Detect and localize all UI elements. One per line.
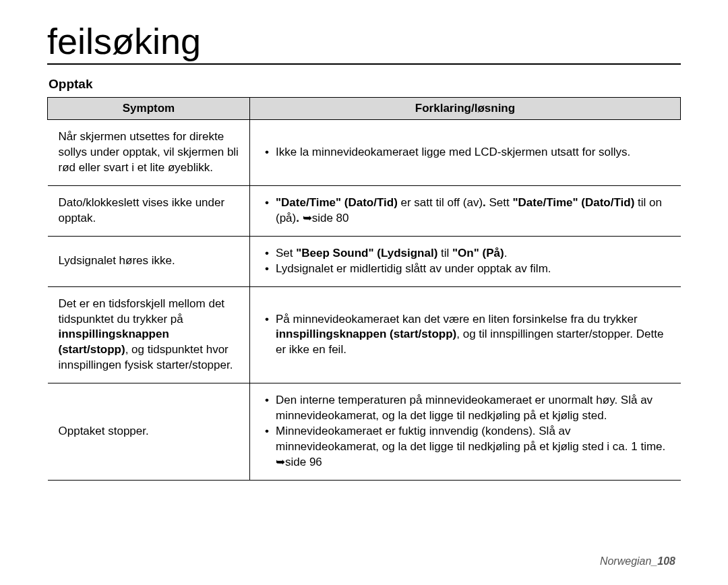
symptom-cell: Det er en tidsforskjell mellom det tidsp… xyxy=(48,286,250,383)
table-row: Det er en tidsforskjell mellom det tidsp… xyxy=(48,286,681,383)
list-item: "Date/Time" (Dato/Tid) er satt til off (… xyxy=(261,195,670,226)
explanation-list: På minnevideokameraet kan det være en li… xyxy=(261,312,670,359)
list-item: Ikke la minnevideokameraet ligge med LCD… xyxy=(261,145,670,160)
symptom-cell: Opptaket stopper. xyxy=(48,383,250,481)
list-item: Den interne temperaturen på minnevideoka… xyxy=(261,393,670,424)
explanation-list: Set "Beep Sound" (Lydsignal) til "On" (P… xyxy=(261,246,670,277)
footer-sep: _ xyxy=(651,555,657,567)
explanation-list: Den interne temperaturen på minnevideoka… xyxy=(261,393,670,470)
header-symptom: Symptom xyxy=(48,98,250,120)
symptom-cell: Dato/klokkeslett vises ikke under opptak… xyxy=(48,185,250,236)
explanation-cell: "Date/Time" (Dato/Tid) er satt til off (… xyxy=(250,185,681,236)
list-item: Lydsignalet er midlertidig slått av unde… xyxy=(261,261,670,277)
section-heading: Opptak xyxy=(49,77,681,92)
table-row: Når skjermen utsettes for direkte sollys… xyxy=(48,120,681,186)
footer-language: Norwegian xyxy=(600,555,651,567)
explanation-cell: På minnevideokameraet kan det være en li… xyxy=(250,286,681,383)
explanation-list: "Date/Time" (Dato/Tid) er satt til off (… xyxy=(261,195,670,226)
document-page: feilsøking Opptak Symptom Forklaring/løs… xyxy=(0,0,728,585)
table-row: Opptaket stopper.Den interne temperature… xyxy=(48,383,681,481)
footer-page-number: 108 xyxy=(657,555,675,567)
explanation-cell: Set "Beep Sound" (Lydsignal) til "On" (P… xyxy=(250,236,681,286)
symptom-cell: Når skjermen utsettes for direkte sollys… xyxy=(48,120,250,186)
list-item: På minnevideokameraet kan det være en li… xyxy=(261,312,670,359)
symptom-cell: Lydsignalet høres ikke. xyxy=(48,236,250,286)
list-item: Minnevideokameraet er fuktig innvendig (… xyxy=(261,424,670,470)
table-row: Dato/klokkeslett vises ikke under opptak… xyxy=(48,185,681,236)
page-title: feilsøking xyxy=(47,20,681,62)
table-row: Lydsignalet høres ikke.Set "Beep Sound" … xyxy=(48,236,681,286)
list-item: Set "Beep Sound" (Lydsignal) til "On" (P… xyxy=(261,246,670,261)
explanation-cell: Ikke la minnevideokameraet ligge med LCD… xyxy=(250,120,681,186)
title-wrap: feilsøking xyxy=(47,20,681,65)
table-header-row: Symptom Forklaring/løsning xyxy=(48,98,681,120)
explanation-cell: Den interne temperaturen på minnevideoka… xyxy=(250,383,681,481)
troubleshoot-table: Symptom Forklaring/løsning Når skjermen … xyxy=(47,97,681,481)
page-footer: Norwegian_108 xyxy=(600,555,675,567)
header-explanation: Forklaring/løsning xyxy=(250,98,681,120)
explanation-list: Ikke la minnevideokameraet ligge med LCD… xyxy=(261,145,670,160)
